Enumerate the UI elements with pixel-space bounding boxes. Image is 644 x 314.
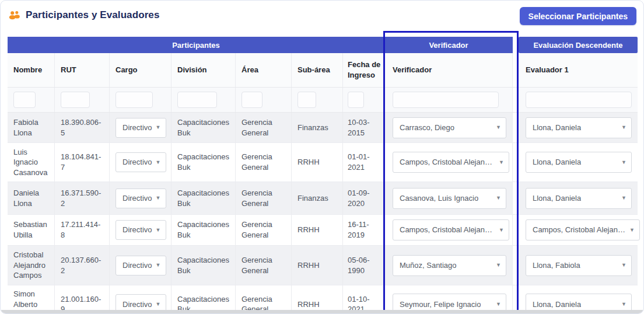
evaluador1-select[interactable]: Llona, Fabiola ▼ [526, 255, 632, 276]
cell-nombre: Fabiola Llona [8, 113, 55, 142]
cell-nombre: Sebastian Ubilla [8, 215, 55, 245]
cargo-select[interactable]: Directivo ▼ [116, 220, 166, 240]
filter-verificador-input[interactable] [393, 92, 499, 108]
group-header-row: Participantes Verificador Evaluación Des… [8, 37, 638, 53]
chevron-down-icon: ▼ [156, 159, 161, 166]
cargo-select[interactable]: Directivo ▼ [116, 152, 166, 172]
cargo-select[interactable]: Directivo ▼ [116, 189, 166, 208]
row-gap [513, 113, 519, 142]
col-header-subarea: Sub-área [292, 53, 343, 87]
cell-evaluador1: Llona, Daniela ▼ [519, 182, 638, 214]
cell-fecha: 05-06-1990 [343, 246, 384, 285]
evaluador1-select[interactable]: Llona, Daniela ▼ [526, 188, 632, 209]
table-row: Fabiola Llona 18.390.806-5 Directivo ▼ C… [8, 113, 638, 143]
col-header-nombre: Nombre [8, 53, 55, 87]
chevron-down-icon: ▼ [621, 261, 626, 268]
table-row: Luis Ignacio Casanova 18.104.841-7 Direc… [8, 143, 638, 182]
group-evaluacion: Evaluación Descendente [519, 37, 638, 53]
cell-division: Capacitaciones Buk [172, 182, 236, 214]
chevron-down-icon: ▼ [156, 194, 161, 201]
filter-cargo-input[interactable] [116, 92, 153, 108]
header-gap [513, 53, 519, 87]
users-icon [9, 11, 20, 20]
chevron-down-icon: ▼ [621, 159, 626, 166]
chevron-down-icon: ▼ [496, 261, 501, 268]
chevron-down-icon: ▼ [499, 159, 504, 166]
filter-evaluador1-input[interactable] [526, 92, 632, 108]
chevron-down-icon: ▼ [499, 226, 504, 233]
chevron-down-icon: ▼ [496, 194, 501, 201]
cell-division: Capacitaciones Buk [172, 113, 236, 142]
page-title: Participantes y Evaluadores [26, 9, 159, 21]
col-header-rut: RUT [55, 53, 110, 87]
filter-subarea-input[interactable] [298, 92, 316, 108]
row-gap [513, 143, 519, 182]
verificador-select[interactable]: Casanova, Luis Ignacio ▼ [393, 188, 506, 209]
cell-rut: 20.137.660-2 [55, 246, 110, 285]
chevron-down-icon: ▼ [156, 261, 161, 268]
cell-area: Gerencia General [236, 113, 292, 142]
cell-subarea: RRHH [292, 215, 343, 245]
filter-area-input[interactable] [242, 92, 262, 108]
select-participants-button[interactable]: Seleccionar Participantes [520, 7, 636, 25]
table-row: Daniela Llona 16.371.590-2 Directivo ▼ C… [8, 182, 638, 215]
col-header-evaluador1: Evaluador 1 [519, 53, 638, 87]
evaluador1-select[interactable]: Campos, Cristobal Alejandro ▼ [526, 219, 640, 240]
cell-area: Gerencia General [236, 182, 292, 214]
cell-division: Capacitaciones Buk [172, 143, 236, 182]
cell-fecha: 01-01-2021 [343, 143, 384, 182]
row-gap [513, 215, 519, 245]
filter-fecha-input[interactable] [348, 92, 364, 108]
table-row: Cristobal Alejandro Campos 20.137.660-2 … [8, 246, 638, 285]
chevron-down-icon: ▼ [496, 301, 501, 308]
chevron-down-icon: ▼ [156, 124, 161, 131]
col-header-cargo: Cargo [110, 53, 172, 87]
horizontal-scrollbar[interactable] [1, 310, 643, 313]
cell-verificador: Muñoz, Santiago ▼ [384, 246, 513, 285]
cell-cargo: Directivo ▼ [110, 143, 172, 182]
cell-verificador: Casanova, Luis Ignacio ▼ [384, 182, 513, 214]
chevron-down-icon: ▼ [496, 124, 501, 131]
row-gap [513, 182, 519, 214]
cell-area: Gerencia General [236, 246, 292, 285]
cell-verificador: Campos, Cristobal Alejandro ▼ [384, 143, 513, 182]
filter-division-input[interactable] [177, 92, 217, 108]
verificador-select[interactable]: Campos, Cristobal Alejandro ▼ [393, 219, 509, 240]
table-body: Fabiola Llona 18.390.806-5 Directivo ▼ C… [8, 113, 638, 314]
cell-verificador: Campos, Cristobal Alejandro ▼ [384, 215, 513, 245]
chevron-down-icon: ▼ [621, 301, 626, 308]
filter-rut-input[interactable] [61, 92, 90, 108]
evaluador1-select[interactable]: Llona, Daniela ▼ [526, 152, 632, 173]
verificador-select[interactable]: Muñoz, Santiago ▼ [393, 255, 506, 276]
cell-area: Gerencia General [236, 215, 292, 245]
cell-area: Gerencia General [236, 143, 292, 182]
cell-rut: 16.371.590-2 [55, 182, 110, 214]
cell-division: Capacitaciones Buk [172, 215, 236, 245]
cell-nombre: Daniela Llona [8, 182, 55, 214]
cell-cargo: Directivo ▼ [110, 182, 172, 214]
cell-division: Capacitaciones Buk [172, 246, 236, 285]
cell-rut: 18.104.841-7 [55, 143, 110, 182]
verificador-select[interactable]: Carrasco, Diego ▼ [393, 117, 506, 138]
cell-nombre: Cristobal Alejandro Campos [8, 246, 55, 285]
cell-cargo: Directivo ▼ [110, 246, 172, 285]
chevron-down-icon: ▼ [621, 194, 626, 201]
filter-nombre-input[interactable] [13, 92, 36, 108]
cell-evaluador1: Llona, Daniela ▼ [519, 143, 638, 182]
cell-rut: 18.390.806-5 [55, 113, 110, 142]
cell-fecha: 10-03-2015 [343, 113, 384, 142]
cell-subarea: Finanzas [292, 113, 343, 142]
cell-evaluador1: Llona, Daniela ▼ [519, 113, 638, 142]
cargo-select[interactable]: Directivo ▼ [116, 256, 166, 275]
group-gap [513, 37, 519, 53]
evaluador1-select[interactable]: Llona, Daniela ▼ [526, 117, 632, 138]
col-header-division: División [172, 53, 236, 87]
cell-rut: 17.211.414-8 [55, 215, 110, 245]
cargo-select[interactable]: Directivo ▼ [116, 118, 166, 138]
col-header-area: Área [236, 53, 292, 87]
verificador-select[interactable]: Campos, Cristobal Alejandro ▼ [393, 152, 509, 173]
col-header-verificador: Verificador [384, 53, 513, 87]
cell-fecha: 16-11-2019 [343, 215, 384, 245]
row-gap [513, 246, 519, 285]
table-row: Sebastian Ubilla 17.211.414-8 Directivo … [8, 215, 638, 246]
